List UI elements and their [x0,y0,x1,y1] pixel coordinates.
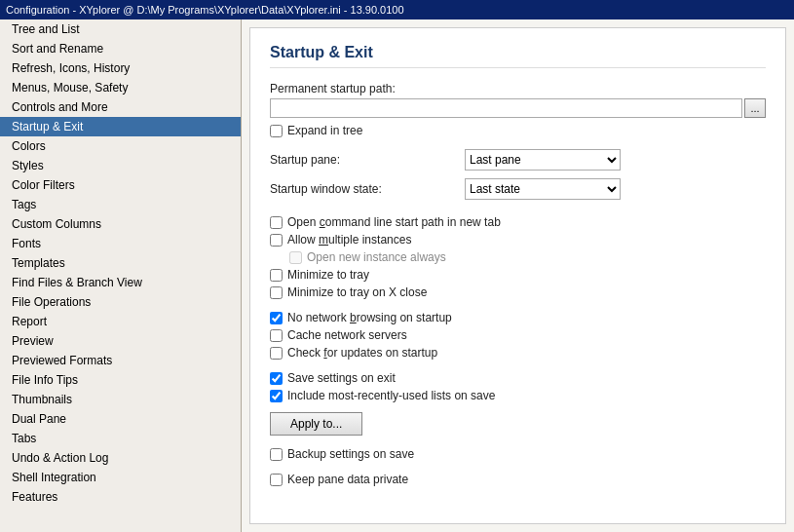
sidebar-item-color-filters[interactable]: Color Filters [0,175,241,195]
open-new-instance-checkbox[interactable] [289,251,302,264]
sidebar-item-styles[interactable]: Styles [0,156,241,175]
open-command-line-checkbox[interactable] [270,216,283,229]
open-new-instance-label: Open new instance always [307,250,446,264]
no-network-browsing-row: No network browsing on startup [270,311,766,324]
sidebar-item-thumbnails[interactable]: Thumbnails [0,390,241,409]
sidebar: Tree and ListSort and RenameRefresh, Ico… [0,19,242,532]
minimize-to-tray-x-row: Minimize to tray on X close [270,285,766,299]
check-updates-label: Check for updates on startup [287,346,437,360]
save-settings-checkbox[interactable] [270,372,283,385]
path-row: ... [270,98,766,118]
cache-network-servers-label: Cache network servers [287,328,407,342]
sidebar-item-controls-and-more[interactable]: Controls and More [0,97,241,117]
sidebar-item-previewed-formats[interactable]: Previewed Formats [0,351,241,370]
sidebar-item-shell-integration[interactable]: Shell Integration [0,468,241,487]
cache-network-servers-row: Cache network servers [270,328,766,342]
sidebar-item-templates[interactable]: Templates [0,253,241,273]
save-settings-label: Save settings on exit [287,371,396,385]
sidebar-item-features[interactable]: Features [0,487,241,507]
sidebar-item-refresh-icons-history[interactable]: Refresh, Icons, History [0,58,241,78]
keep-pane-data-label: Keep pane data private [287,473,408,486]
browse-button[interactable]: ... [744,98,766,118]
save-settings-row: Save settings on exit [270,371,766,385]
allow-multiple-instances-row: Allow multiple instances [270,233,766,247]
expand-in-tree-checkbox[interactable] [270,125,283,137]
sidebar-item-dual-pane[interactable]: Dual Pane [0,409,241,429]
sidebar-item-preview[interactable]: Preview [0,331,241,351]
sidebar-item-menus-mouse-safety[interactable]: Menus, Mouse, Safety [0,78,241,97]
startup-pane-select[interactable]: Last pane Left pane Right pane [465,149,621,171]
keep-pane-data-checkbox[interactable] [270,474,283,486]
backup-settings-row: Backup settings on save [270,447,766,461]
startup-pane-row: Startup pane: Last pane Left pane Right … [270,149,766,171]
minimize-to-tray-row: Minimize to tray [270,268,766,282]
include-mru-row: Include most-recently-used lists on save [270,389,766,402]
expand-in-tree-row: Expand in tree [270,124,766,137]
sidebar-item-tags[interactable]: Tags [0,195,241,214]
sidebar-item-file-info-tips[interactable]: File Info Tips [0,370,241,390]
content-panel: Startup & Exit Permanent startup path: .… [249,27,786,524]
open-command-line-label: Open command line start path in new tab [287,215,501,229]
apply-to-button[interactable]: Apply to... [270,412,362,436]
sidebar-item-tabs[interactable]: Tabs [0,429,241,448]
check-updates-row: Check for updates on startup [270,346,766,360]
allow-multiple-instances-checkbox[interactable] [270,234,283,247]
minimize-to-tray-x-checkbox[interactable] [270,286,283,299]
main-container: Tree and ListSort and RenameRefresh, Ico… [0,19,794,532]
open-new-instance-row: Open new instance always [289,250,766,264]
include-mru-label: Include most-recently-used lists on save [287,389,495,402]
sidebar-item-sort-and-rename[interactable]: Sort and Rename [0,39,241,58]
minimize-to-tray-checkbox[interactable] [270,269,283,282]
sidebar-item-fonts[interactable]: Fonts [0,234,241,253]
minimize-to-tray-x-label: Minimize to tray on X close [287,285,427,299]
no-network-browsing-checkbox[interactable] [270,312,283,324]
sidebar-item-undo-action-log[interactable]: Undo & Action Log [0,448,241,468]
permanent-startup-path-label: Permanent startup path: [270,82,766,95]
sidebar-item-custom-columns[interactable]: Custom Columns [0,214,241,234]
sidebar-item-startup-exit[interactable]: Startup & Exit [0,117,241,136]
backup-settings-checkbox[interactable] [270,448,283,461]
sidebar-item-report[interactable]: Report [0,312,241,331]
include-mru-checkbox[interactable] [270,390,283,402]
sidebar-item-find-files-branch-view[interactable]: Find Files & Branch View [0,273,241,292]
expand-in-tree-label: Expand in tree [287,124,362,137]
content-area: Startup & Exit Permanent startup path: .… [242,19,794,532]
keep-pane-data-row: Keep pane data private [270,473,766,486]
open-command-line-row: Open command line start path in new tab [270,215,766,229]
allow-multiple-instances-label: Allow multiple instances [287,233,411,247]
permanent-startup-path-input[interactable] [270,98,742,118]
check-updates-checkbox[interactable] [270,347,283,360]
panel-title: Startup & Exit [270,44,766,68]
cache-network-servers-checkbox[interactable] [270,329,283,342]
minimize-to-tray-label: Minimize to tray [287,268,369,282]
title-text: Configuration - XYplorer @ D:\My Program… [6,4,404,16]
sidebar-item-tree-and-list[interactable]: Tree and List [0,19,241,39]
no-network-browsing-label: No network browsing on startup [287,311,452,324]
startup-pane-label: Startup pane: [270,153,465,167]
apply-to-container: Apply to... [270,406,766,441]
startup-window-state-select[interactable]: Last state Normal Maximized Minimized [465,178,621,200]
sidebar-item-file-operations[interactable]: File Operations [0,292,241,312]
sidebar-item-colors[interactable]: Colors [0,136,241,156]
title-bar: Configuration - XYplorer @ D:\My Program… [0,0,794,19]
startup-window-state-row: Startup window state: Last state Normal … [270,178,766,200]
startup-window-state-label: Startup window state: [270,182,465,196]
backup-settings-label: Backup settings on save [287,447,414,461]
